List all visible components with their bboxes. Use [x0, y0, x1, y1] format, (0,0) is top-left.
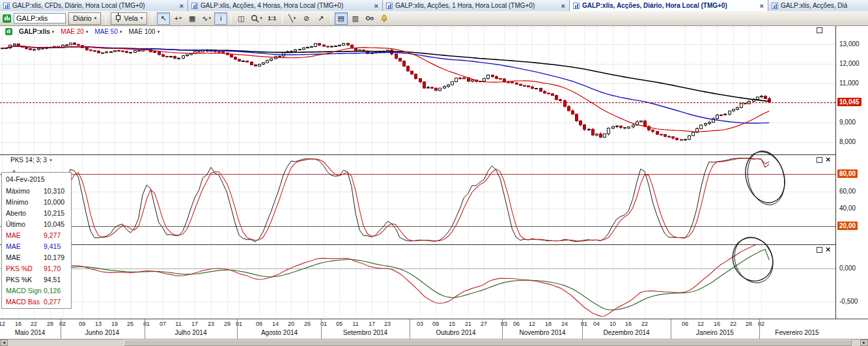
- info-button[interactable]: i: [214, 12, 227, 25]
- arrow-drawing-tool[interactable]: ↗: [315, 12, 328, 25]
- data-window-tooltip: 04-Fev-2015 Máximo10,310Mínimo10,000Aber…: [1, 172, 72, 309]
- tooltip-row: MACD Sign0,126: [2, 285, 71, 296]
- price-axis-column[interactable]: 13,00012,00011,00010,0459,0008,00080,006…: [835, 26, 868, 339]
- cursor-tool-icon: ↖: [161, 14, 167, 23]
- tooltip-row: MACD Bas0,277: [2, 296, 71, 307]
- tooltip-row: Aberto10,215: [2, 207, 71, 218]
- split-panels-button[interactable]: ▥: [349, 12, 362, 25]
- month-separator: [237, 319, 238, 339]
- time-tick-label: 09: [76, 321, 88, 327]
- tooltip-row-label: MACD Sign: [6, 287, 44, 295]
- tab-close-icon[interactable]: ×: [759, 2, 764, 10]
- tab-3[interactable]: GALP:xlis, Acções, 1 Hora, Hora Local (T…: [383, 0, 570, 11]
- time-tick-label: 28: [743, 321, 755, 327]
- cursor-tool[interactable]: ↖: [157, 12, 170, 25]
- horizontal-scrollbar[interactable]: ◄ ►: [0, 339, 868, 346]
- chart-type-dropdown[interactable]: Vela ▾: [111, 12, 147, 25]
- split-panels-button-icon: ▥: [352, 14, 359, 23]
- crosshair-tool[interactable]: +▾: [171, 12, 184, 25]
- month-label: Julho 2014: [161, 329, 220, 336]
- tab-close-icon[interactable]: ×: [179, 2, 184, 10]
- trendline-tool[interactable]: ╲▾: [286, 12, 299, 25]
- month-separator: [145, 319, 145, 339]
- tooltip-row: Último10,045: [2, 218, 71, 229]
- one-to-one-zoom-button-icon: 1:1: [268, 15, 276, 22]
- stoch-axis-label: 80,00: [837, 169, 858, 178]
- time-tick-label: 17: [366, 321, 378, 327]
- tooltip-row-label: PKS %K: [6, 276, 44, 283]
- month-label: Dezembro 2014: [597, 329, 656, 336]
- chevron-down-icon: ▾: [52, 29, 55, 35]
- tab-5[interactable]: GALP:xlis, Acções, Diá: [768, 0, 868, 11]
- tooltip-row: Máximo10,310: [2, 185, 71, 196]
- toolbar-separator: [152, 14, 152, 23]
- tab-chart-icon: [191, 3, 198, 9]
- chart-canvas[interactable]: [0, 26, 835, 319]
- legend-mae50[interactable]: MAE 50▾: [94, 28, 122, 35]
- legend-mae20[interactable]: MAE 20▾: [61, 28, 88, 35]
- stochastic-panel-header[interactable]: PKS 14; 3; 3 ▾: [9, 156, 53, 164]
- grid-toggle-icon: ▦: [189, 14, 195, 23]
- time-tick-label: 09: [430, 321, 441, 327]
- link-charts-button[interactable]: Oo: [363, 12, 376, 25]
- legend-mae100[interactable]: MAE 100▾: [129, 28, 160, 35]
- month-separator: [502, 319, 503, 339]
- tab-chart-icon: [386, 3, 393, 9]
- one-to-one-zoom-button[interactable]: 1:1: [266, 12, 279, 25]
- tab-close-icon[interactable]: ×: [374, 2, 379, 10]
- grid-toggle[interactable]: ▦: [186, 12, 199, 25]
- time-tick-label: 06: [511, 321, 522, 327]
- tooltip-row-label: MAE: [6, 231, 44, 239]
- tab-2[interactable]: GALP:xlis, Acções, 4 Horas, Hora Local (…: [188, 0, 383, 11]
- freehand-drawing-tool[interactable]: ∿▾: [200, 12, 213, 25]
- time-tick-label: 02: [57, 321, 68, 327]
- macd-panel-restore-button[interactable]: [817, 247, 822, 253]
- time-tick-label: 16: [623, 321, 634, 327]
- tab-label: GALP:xlis, Acções, Diário, Hora Local (T…: [582, 2, 727, 9]
- price-axis-label: 12,000: [837, 59, 861, 68]
- scroll-right-button[interactable]: ►: [860, 339, 868, 346]
- month-separator: [582, 319, 583, 339]
- zoom-tool[interactable]: ▾: [249, 12, 264, 25]
- toolbar-separator: [282, 14, 283, 23]
- time-tick-label: 25: [124, 321, 136, 327]
- time-tick-label: 18: [542, 321, 554, 327]
- tooltip-row: Mínimo10,000: [2, 196, 71, 207]
- tab-1[interactable]: GALP:xlis, CFDs, Diário, Hora Local (TMG…: [0, 0, 188, 11]
- month-separator: [759, 319, 760, 339]
- chart-type-value: Vela: [124, 14, 137, 22]
- macd-panel-close-button[interactable]: ×: [826, 245, 831, 254]
- tab-4[interactable]: GALP:xlis, Acções, Diário, Hora Local (T…: [570, 0, 768, 11]
- time-tick-label: 23: [205, 321, 217, 327]
- indicators-button[interactable]: ▤: [335, 12, 348, 25]
- link-charts-button-icon: Oo: [365, 15, 374, 22]
- time-axis: 1216222802091319250107111723290108142026…: [0, 319, 868, 339]
- time-tick-label: 07: [157, 321, 169, 327]
- tab-label: GALP:xlis, Acções, 4 Horas, Hora Local (…: [201, 2, 343, 9]
- time-tick-label: 24: [559, 321, 570, 327]
- time-tick-label: 01: [578, 321, 590, 327]
- scroll-left-button[interactable]: ◄: [0, 339, 8, 346]
- stoch-axis-label: 20,00: [837, 222, 858, 230]
- alerts-bell-button[interactable]: [378, 12, 391, 25]
- stochastic-panel-close-button[interactable]: ×: [826, 155, 831, 164]
- eraser-tool[interactable]: ⊘: [300, 12, 313, 25]
- symbol-input[interactable]: [14, 13, 66, 23]
- candle-icon: [115, 13, 121, 23]
- time-tick-label: 02: [755, 321, 767, 327]
- stochastic-panel-restore-button[interactable]: [817, 157, 822, 163]
- new-chart-window-button[interactable]: ◫: [234, 12, 247, 25]
- main-panel-restore-button[interactable]: [817, 27, 822, 33]
- time-tick-label: 23: [382, 321, 393, 327]
- time-tick-label: 01: [233, 321, 245, 327]
- legend-symbol[interactable]: GALP:xlis▾: [19, 28, 54, 35]
- chevron-down-icon: ▾: [260, 16, 262, 21]
- scrollbar-thumb[interactable]: [124, 339, 852, 346]
- time-tick-label: 28: [44, 321, 56, 327]
- tab-close-icon[interactable]: ×: [561, 2, 566, 10]
- timeframe-dropdown[interactable]: Diário ▾: [68, 12, 101, 25]
- tooltip-row-label: Aberto: [6, 209, 44, 217]
- month-label: Novembro 2014: [513, 329, 572, 336]
- tooltip-row-label: MACD Bas: [6, 298, 44, 306]
- month-label: Outubro 2014: [427, 329, 485, 336]
